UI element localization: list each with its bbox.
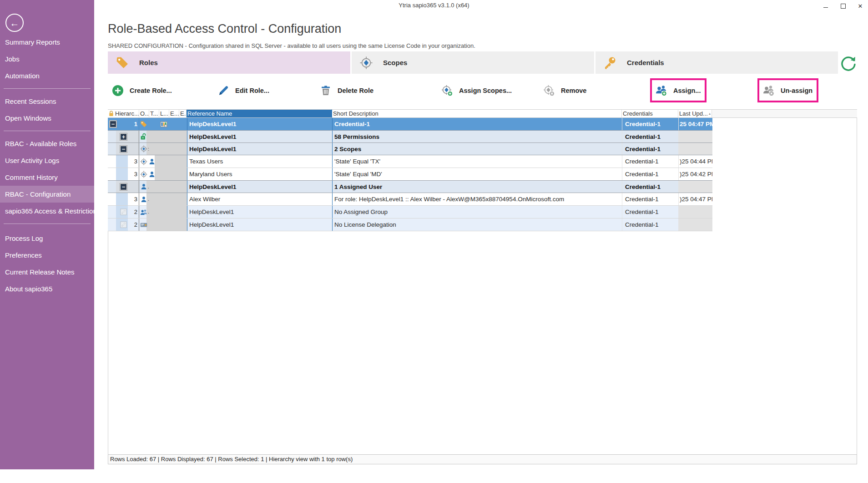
person-icon: [140, 196, 147, 203]
unassign-user-icon: [763, 85, 775, 97]
credentials-cell: Credential-1: [622, 143, 679, 155]
sidebar-item-rbac-configuration[interactable]: RBAC - Configuration: [0, 186, 94, 203]
sidebar-item-summary-reports[interactable]: Summary Reports: [0, 34, 94, 51]
hierarchy-level: 2: [134, 208, 139, 215]
assign-user-icon: [656, 85, 667, 97]
na-cells-block: [155, 168, 187, 180]
maximize-button[interactable]: [838, 1, 848, 11]
table-row[interactable]: 3Texas Users'State' Equal 'TX'Credential…: [108, 155, 712, 168]
tab-scopes[interactable]: Scopes: [352, 51, 594, 74]
assign-scopes-button[interactable]: Assign Scopes...: [441, 78, 512, 102]
last-updated-cell: )25 04:47 PM: [679, 193, 712, 205]
collapse-button[interactable]: −: [110, 121, 116, 127]
assign-scopes-icon: [441, 85, 453, 97]
tab-label: Scopes: [383, 59, 407, 66]
page-title: Role-Based Access Control - Configuratio…: [108, 22, 341, 36]
sidebar-item-automation[interactable]: Automation: [0, 67, 94, 84]
table-row[interactable]: 3Maryland Users'State' Equal 'MD'Credent…: [108, 168, 712, 181]
sidebar-item-comment-history[interactable]: Comment History: [0, 169, 94, 186]
refresh-icon: [840, 65, 856, 73]
group-icon: [140, 208, 147, 216]
sidebar-item-recent-sessions[interactable]: Recent Sessions: [0, 93, 94, 110]
column-header-object[interactable]: O...: [139, 109, 149, 118]
collapse-button[interactable]: −: [120, 146, 127, 153]
delete-role-button[interactable]: Delete Role: [320, 78, 373, 102]
remove-button[interactable]: Remove: [543, 78, 586, 102]
column-header-short-description[interactable]: Short Description: [332, 109, 622, 118]
table-row[interactable]: 2.HelpDeskLevel1No Assigned GroupCredent…: [108, 206, 712, 219]
sidebar-nav: Summary ReportsJobsAutomationRecent Sess…: [0, 34, 94, 297]
icon-suffix: .: [148, 184, 149, 189]
assign-button[interactable]: Assign...: [650, 78, 707, 102]
column-header-e1[interactable]: E...: [169, 109, 179, 118]
table-row[interactable]: +2HelpDeskLevel158 PermissionsCredential…: [108, 130, 712, 143]
tab-credentials[interactable]: Credentials: [595, 51, 838, 74]
reference-name-cell: Texas Users: [187, 155, 333, 168]
last-updated-cell: )25 04:44 PM: [679, 155, 712, 168]
short-description-cell: 2 Scopes: [333, 143, 622, 155]
credentials-cell: Credential-1: [622, 219, 679, 231]
sidebar-item-open-windows[interactable]: Open Windows: [0, 110, 94, 127]
sidebar-item-jobs[interactable]: Jobs: [0, 51, 94, 67]
reference-name-cell: Maryland Users: [187, 168, 333, 180]
hierarchy-indent-block: [116, 181, 139, 193]
edit-role-button[interactable]: Edit Role...: [217, 78, 269, 102]
na-cells-block: [146, 219, 187, 231]
refresh-button[interactable]: [840, 55, 856, 71]
sidebar-item-sapio365-access-restrictions[interactable]: sapio365 Access & Restrictions: [0, 203, 94, 219]
table-row[interactable]: −2:HelpDeskLevel12 ScopesCredential-1: [108, 142, 712, 155]
sidebar-item-process-log[interactable]: Process Log: [0, 230, 94, 247]
column-header-type[interactable]: T...: [149, 109, 159, 118]
minimize-icon: [823, 7, 828, 8]
column-header-credentials[interactable]: Credentials: [622, 109, 678, 118]
hierarchy-cell: −2: [108, 143, 139, 155]
column-header-hierarchy[interactable]: Hierarc...: [108, 109, 139, 118]
sidebar-item-about-sapio365[interactable]: About sapio365: [0, 280, 94, 297]
back-button[interactable]: ←: [5, 14, 24, 32]
column-header-last-updated[interactable]: Last Upd...▴: [678, 109, 712, 118]
hierarchy-cell: 3: [108, 155, 139, 168]
minimize-button[interactable]: [821, 1, 831, 11]
type-icons-cell: [139, 118, 187, 130]
last-updated-cell: [679, 206, 712, 218]
create-role-button[interactable]: Create Role...: [112, 78, 172, 102]
table-row[interactable]: 2HelpDeskLevel1No License DelegationCred…: [108, 219, 712, 231]
sidebar-item-preferences[interactable]: Preferences: [0, 247, 94, 264]
column-header-label: E...: [170, 110, 179, 117]
tab-strip: RolesScopesCredentials: [108, 51, 838, 74]
table-row[interactable]: −2.HelpDeskLevel11 Assigned UserCredenti…: [108, 180, 712, 193]
maximize-icon: [841, 4, 846, 9]
collapse-button[interactable]: −: [120, 183, 127, 190]
short-description-cell: 'State' Equal 'MD': [333, 168, 622, 180]
column-header-label: Last Upd...: [679, 110, 708, 117]
sidebar-item-user-activity-logs[interactable]: User Activity Logs: [0, 152, 94, 169]
toolbar-button-label: Assign Scopes...: [459, 87, 512, 94]
sidebar-item-current-release-notes[interactable]: Current Release Notes: [0, 264, 94, 280]
last-updated-cell: [679, 143, 712, 155]
icon-suffix: .: [148, 197, 149, 202]
sidebar-item-rbac-available-roles[interactable]: RBAC - Available Roles: [0, 135, 94, 152]
hierarchy-indent-strip: [116, 168, 128, 180]
type-icons-cell: .: [139, 206, 187, 218]
close-button[interactable]: ✕: [855, 1, 865, 11]
tab-roles[interactable]: Roles: [108, 51, 350, 74]
table-row[interactable]: 3.Alex WilberFor role: HelpDeskLevel1 ::…: [108, 193, 712, 206]
tag-icon: [140, 121, 147, 128]
hierarchy-cell: 2: [108, 219, 139, 231]
column-header-e2[interactable]: E...: [179, 109, 187, 118]
delete-role-icon: [320, 85, 332, 97]
status-bar: Rows Loaded: 67 | Rows Displayed: 67 | R…: [108, 454, 857, 464]
last-updated-cell: [679, 131, 712, 142]
toolbar-button-label: Un-assign: [781, 87, 812, 94]
icon-suffix: .: [148, 209, 149, 214]
column-header-reference-name[interactable]: Reference Name: [187, 109, 332, 118]
create-role-icon: [112, 85, 124, 97]
table-row[interactable]: −1HelpDeskLevel1Credential-1Credential-1…: [108, 118, 712, 131]
hierarchy-cell: 3: [108, 193, 139, 205]
column-header-l[interactable]: L...: [159, 109, 169, 118]
expand-button[interactable]: +: [120, 133, 127, 140]
un-assign-button[interactable]: Un-assign: [757, 78, 818, 102]
license-icon: [140, 221, 147, 229]
na-cells-block: [146, 181, 187, 193]
column-header-label: Reference Name: [187, 110, 232, 117]
